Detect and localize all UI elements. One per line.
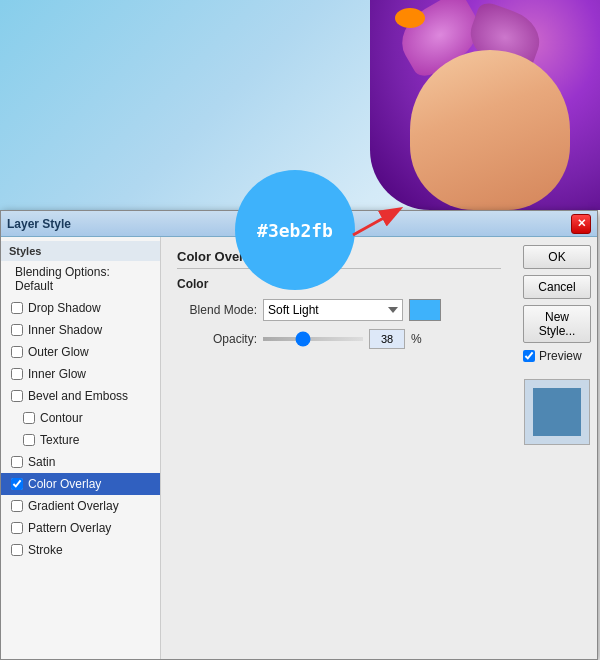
drop-shadow-label: Drop Shadow: [28, 301, 101, 315]
cancel-button[interactable]: Cancel: [523, 275, 591, 299]
preview-label: Preview: [539, 349, 582, 363]
sidebar-item-inner-shadow[interactable]: Inner Shadow: [1, 319, 160, 341]
opacity-row: Opacity: %: [177, 329, 501, 349]
blend-mode-row: Blend Mode: Soft Light Normal Multiply S…: [177, 299, 501, 321]
bevel-emboss-checkbox[interactable]: [11, 390, 23, 402]
color-overlay-label: Color Overlay: [28, 477, 101, 491]
arrow-icon: [348, 200, 408, 240]
inner-shadow-checkbox[interactable]: [11, 324, 23, 336]
blend-mode-select[interactable]: Soft Light Normal Multiply Screen Overla…: [263, 299, 403, 321]
dialog-body: Styles Blending Options: Default Drop Sh…: [1, 237, 597, 659]
sidebar-item-drop-shadow[interactable]: Drop Shadow: [1, 297, 160, 319]
orange-accent: [395, 8, 425, 28]
svg-line-1: [353, 210, 398, 235]
contour-checkbox[interactable]: [23, 412, 35, 424]
preview-label-row: Preview: [523, 349, 591, 363]
blend-mode-label: Blend Mode:: [177, 303, 257, 317]
satin-checkbox[interactable]: [11, 456, 23, 468]
texture-checkbox[interactable]: [23, 434, 35, 446]
subsection-title: Color: [177, 277, 501, 291]
color-overlay-checkbox[interactable]: [11, 478, 23, 490]
pattern-overlay-checkbox[interactable]: [11, 522, 23, 534]
dialog-title: Layer Style: [7, 217, 71, 231]
close-button[interactable]: ✕: [571, 214, 591, 234]
outer-glow-checkbox[interactable]: [11, 346, 23, 358]
face-decoration: [410, 50, 570, 210]
opacity-label: Opacity:: [177, 332, 257, 346]
sidebar-item-pattern-overlay[interactable]: Pattern Overlay: [1, 517, 160, 539]
styles-header[interactable]: Styles: [1, 241, 160, 261]
sidebar-item-inner-glow[interactable]: Inner Glow: [1, 363, 160, 385]
preview-inner-swatch: [533, 388, 581, 436]
tooltip-hex-value: #3eb2fb: [257, 220, 333, 241]
contour-label: Contour: [40, 411, 83, 425]
right-panel: OK Cancel New Style... Preview: [517, 237, 597, 659]
main-content-panel: Color Overlay Color Blend Mode: Soft Lig…: [161, 237, 517, 659]
outer-glow-label: Outer Glow: [28, 345, 89, 359]
inner-shadow-label: Inner Shadow: [28, 323, 102, 337]
sidebar-item-color-overlay[interactable]: Color Overlay: [1, 473, 160, 495]
sidebar-item-outer-glow[interactable]: Outer Glow: [1, 341, 160, 363]
opacity-slider[interactable]: [263, 337, 363, 341]
gradient-overlay-checkbox[interactable]: [11, 500, 23, 512]
sidebar-item-satin[interactable]: Satin: [1, 451, 160, 473]
sidebar-item-texture[interactable]: Texture: [1, 429, 160, 451]
ok-button[interactable]: OK: [523, 245, 591, 269]
preview-checkbox[interactable]: [523, 350, 535, 362]
opacity-input[interactable]: [369, 329, 405, 349]
stroke-label: Stroke: [28, 543, 63, 557]
satin-label: Satin: [28, 455, 55, 469]
sidebar-item-stroke[interactable]: Stroke: [1, 539, 160, 561]
sidebar-item-gradient-overlay[interactable]: Gradient Overlay: [1, 495, 160, 517]
sidebar-item-contour[interactable]: Contour: [1, 407, 160, 429]
inner-glow-checkbox[interactable]: [11, 368, 23, 380]
bevel-emboss-label: Bevel and Emboss: [28, 389, 128, 403]
inner-glow-label: Inner Glow: [28, 367, 86, 381]
blending-options-item[interactable]: Blending Options: Default: [1, 261, 160, 297]
opacity-percent-symbol: %: [411, 332, 422, 346]
stroke-checkbox[interactable]: [11, 544, 23, 556]
color-tooltip-bubble: #3eb2fb: [235, 170, 355, 290]
color-swatch[interactable]: [409, 299, 441, 321]
left-panel: Styles Blending Options: Default Drop Sh…: [1, 237, 161, 659]
new-style-button[interactable]: New Style...: [523, 305, 591, 343]
drop-shadow-checkbox[interactable]: [11, 302, 23, 314]
preview-area: [524, 379, 590, 445]
sidebar-item-bevel-emboss[interactable]: Bevel and Emboss: [1, 385, 160, 407]
pattern-overlay-label: Pattern Overlay: [28, 521, 111, 535]
texture-label: Texture: [40, 433, 79, 447]
gradient-overlay-label: Gradient Overlay: [28, 499, 119, 513]
